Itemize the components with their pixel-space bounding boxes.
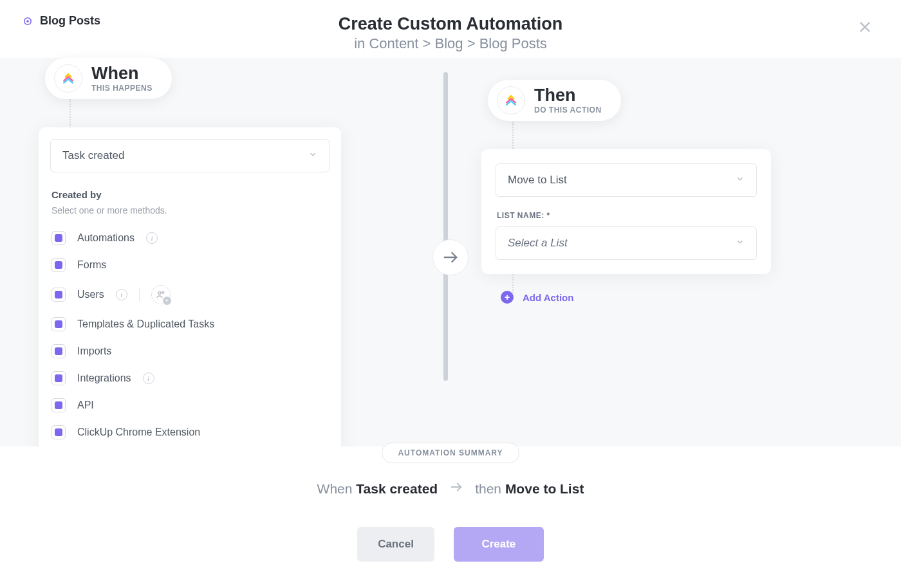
checkbox[interactable]: [51, 371, 66, 385]
create-button[interactable]: Create: [454, 527, 544, 562]
summary-then-prefix: then: [475, 481, 501, 496]
checkbox[interactable]: [51, 288, 66, 302]
then-subtitle: DO THIS ACTION: [534, 106, 602, 115]
summary-when-prefix: When: [317, 481, 353, 496]
then-step-header: Then DO THIS ACTION: [488, 80, 621, 121]
checkbox[interactable]: [51, 231, 66, 245]
chevron-down-icon: [308, 149, 317, 162]
center-scrollbar[interactable]: [443, 72, 448, 381]
then-card: Move to List LIST NAME: * Select a List: [481, 149, 771, 274]
info-icon[interactable]: i: [116, 289, 127, 300]
breadcrumb-label: Blog Posts: [40, 14, 100, 28]
location-icon: [22, 15, 33, 27]
summary-then-strong: Move to List: [505, 481, 584, 496]
trigger-dropdown[interactable]: Task created: [50, 139, 330, 172]
method-row[interactable]: ClickUp Chrome Extension: [50, 419, 330, 446]
method-row[interactable]: Templates & Duplicated Tasks: [50, 311, 330, 338]
modal-title-block: Create Custom Automation in Content > Bl…: [339, 14, 563, 52]
close-button[interactable]: [856, 18, 874, 36]
modal-title: Create Custom Automation: [339, 14, 563, 34]
list-select-dropdown[interactable]: Select a List: [496, 226, 757, 260]
action-selected-label: Move to List: [508, 174, 567, 187]
when-title: When: [91, 65, 153, 82]
svg-point-6: [162, 291, 164, 293]
method-row[interactable]: Integrationsi: [50, 365, 330, 392]
cancel-button[interactable]: Cancel: [357, 527, 434, 562]
flow-arrow-icon: [432, 239, 469, 275]
summary-pill: AUTOMATION SUMMARY: [382, 443, 519, 463]
method-label: Imports: [77, 345, 111, 357]
created-by-methods-list: AutomationsiFormsUsersi+Templates & Dupl…: [50, 225, 330, 446]
method-label: Users: [77, 289, 104, 300]
footer-buttons: Cancel Create: [357, 527, 544, 562]
method-label: Automations: [77, 232, 135, 244]
method-row[interactable]: Forms: [50, 252, 330, 279]
chevron-down-icon: [736, 174, 745, 187]
when-connector: [70, 99, 71, 130]
method-label: API: [77, 400, 94, 411]
breadcrumb: Blog Posts: [22, 14, 100, 28]
method-label: Forms: [77, 259, 106, 271]
checkbox[interactable]: [51, 317, 66, 331]
method-row[interactable]: Automationsi: [50, 225, 330, 252]
add-action-label: Add Action: [523, 292, 573, 303]
created-by-label: Created by: [51, 189, 330, 200]
then-connector: [512, 122, 514, 153]
created-by-sub: Select one or more methods.: [51, 205, 330, 216]
clickup-logo-icon: [54, 64, 82, 93]
trigger-selected-label: Task created: [62, 149, 124, 162]
modal-footer: AUTOMATION SUMMARY When Task created the…: [0, 446, 901, 588]
summary-when-strong: Task created: [356, 481, 438, 496]
method-label: Templates & Duplicated Tasks: [77, 318, 214, 330]
then-title: Then: [534, 87, 602, 104]
modal-header: Blog Posts Create Custom Automation in C…: [0, 0, 901, 58]
checkbox[interactable]: [51, 344, 66, 358]
add-action-button[interactable]: + Add Action: [501, 291, 573, 304]
automation-canvas: When THIS HAPPENS Task created Created b…: [0, 58, 901, 457]
modal-subtitle: in Content > Blog > Blog Posts: [339, 35, 563, 52]
list-placeholder: Select a List: [508, 237, 568, 250]
method-row[interactable]: API: [50, 392, 330, 419]
method-label: Integrations: [77, 372, 131, 384]
chevron-down-icon: [736, 237, 745, 250]
divider: [139, 288, 140, 301]
method-row[interactable]: Usersi+: [50, 279, 330, 311]
info-icon[interactable]: i: [146, 232, 158, 244]
action-dropdown[interactable]: Move to List: [496, 163, 757, 197]
add-people-icon[interactable]: +: [151, 285, 171, 304]
checkbox[interactable]: [51, 398, 66, 412]
arrow-right-icon: [449, 480, 463, 497]
method-row[interactable]: Imports: [50, 338, 330, 365]
svg-point-1: [26, 20, 29, 23]
info-icon[interactable]: i: [143, 372, 154, 384]
plus-icon: +: [501, 291, 514, 304]
checkbox[interactable]: [51, 425, 66, 439]
when-subtitle: THIS HAPPENS: [91, 84, 153, 93]
automation-summary-text: When Task created then Move to List: [317, 480, 584, 497]
svg-point-5: [158, 291, 161, 294]
list-name-label: LIST NAME: *: [497, 211, 757, 220]
clickup-logo-icon: [497, 86, 525, 115]
method-label: ClickUp Chrome Extension: [77, 427, 200, 438]
when-step-header: When THIS HAPPENS: [45, 58, 172, 99]
when-card: Task created Created by Select one or mo…: [39, 127, 341, 457]
checkbox[interactable]: [51, 258, 66, 272]
